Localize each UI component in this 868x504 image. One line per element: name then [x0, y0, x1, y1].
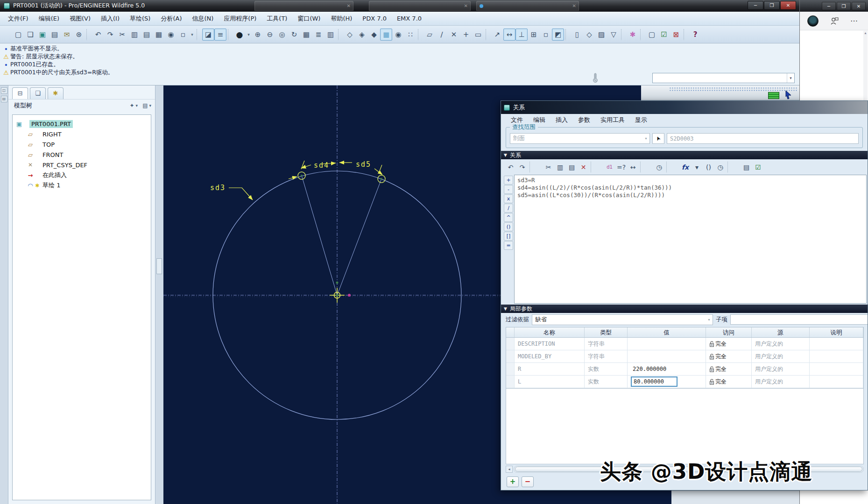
- layers-icon[interactable]: ≣: [312, 28, 325, 41]
- saved-views-icon[interactable]: ▦: [300, 28, 312, 41]
- scroll-left-icon[interactable]: ◂: [506, 466, 513, 473]
- remove-parameter-button[interactable]: −: [522, 476, 534, 487]
- wireframe-view-icon[interactable]: ◇: [344, 28, 356, 41]
- collapse-icon[interactable]: ▼: [504, 153, 507, 157]
- navigator-tab[interactable]: ⊟: [12, 87, 28, 99]
- toolbar-separator[interactable]: [621, 29, 625, 40]
- relation-line[interactable]: sd5=asin((L*cos(30))/(R*cos(asin(L/2/R))…: [517, 192, 863, 199]
- evaluate-icon[interactable]: =?: [615, 161, 627, 173]
- navigator-toggle-icon[interactable]: ◫: [1, 87, 7, 94]
- refit-icon[interactable]: ◎: [276, 28, 288, 41]
- param-name-cell[interactable]: L: [515, 376, 585, 388]
- browser-toggle-icon[interactable]: ▤: [1, 96, 7, 102]
- splitter-handle[interactable]: [156, 258, 162, 274]
- toolbar-separator[interactable]: [338, 29, 342, 40]
- dialog-menu-item[interactable]: 显示: [630, 114, 652, 126]
- column-header[interactable]: 访问: [706, 327, 752, 337]
- copy-icon[interactable]: ▥: [128, 28, 141, 41]
- zoom-out-icon[interactable]: ⊖: [264, 28, 276, 41]
- scope-type-dropdown[interactable]: 剖面 ▾: [510, 133, 650, 144]
- context-help-icon[interactable]: ?: [689, 28, 701, 41]
- dialog-menu-item[interactable]: 插入: [550, 114, 573, 126]
- menu-item[interactable]: 窗口(W): [292, 13, 325, 25]
- tree-item[interactable]: → 在此插入: [26, 170, 149, 180]
- toolbar-separator[interactable]: [640, 29, 644, 40]
- param-access-cell[interactable]: 完全: [706, 350, 752, 363]
- chevron-down-icon[interactable]: ▾: [787, 73, 794, 83]
- menu-item[interactable]: EMX 7.0: [392, 13, 427, 24]
- table-row[interactable]: DESCRIPTION 字符串 完全 用户定义的: [506, 338, 863, 350]
- param-value[interactable]: [631, 355, 635, 357]
- scroll-up-icon[interactable]: ▴: [863, 31, 868, 35]
- table-row[interactable]: MODELED_BY 字符串 完全 用户定义的: [506, 350, 863, 363]
- tree-item[interactable]: ◠ ✱ 草绘 1: [26, 180, 149, 191]
- menu-item[interactable]: 文件(F): [3, 13, 34, 25]
- sketch-spoke-right[interactable]: [337, 179, 381, 295]
- panel-splitter[interactable]: [155, 85, 163, 504]
- delete-icon[interactable]: ✕: [578, 161, 589, 173]
- unit-system-icon[interactable]: ◷: [714, 161, 726, 173]
- tree-item[interactable]: ▱ TOP: [26, 139, 149, 149]
- zoom-in-icon[interactable]: ⊕: [252, 28, 264, 41]
- vertex-display-icon[interactable]: ▫: [540, 28, 552, 41]
- relation-line[interactable]: sd4=asin((L/2)/(R*cos(asin(L/2/R))*tan(3…: [517, 184, 863, 192]
- process-tool-icon[interactable]: ✱: [627, 28, 639, 41]
- undo-icon[interactable]: ↶: [505, 161, 516, 173]
- dialog-menu-item[interactable]: 参数: [573, 114, 595, 126]
- menu-item[interactable]: PDX 7.0: [357, 13, 392, 24]
- toolbar-separator[interactable]: [684, 29, 688, 40]
- share-person-icon[interactable]: [830, 16, 839, 26]
- annotation-display-icon[interactable]: ▭: [472, 28, 484, 41]
- paste-special-icon[interactable]: ▦: [153, 28, 165, 41]
- menu-item[interactable]: 视图(V): [64, 13, 96, 25]
- param-type-cell[interactable]: 字符串: [585, 350, 628, 363]
- navigator-tab[interactable]: ✱: [48, 87, 64, 99]
- menu-item[interactable]: 插入(I): [96, 13, 125, 25]
- close-button[interactable]: ✕: [780, 1, 796, 10]
- maximize-button[interactable]: ❐: [764, 1, 780, 10]
- shaded-view-icon[interactable]: ■: [380, 28, 392, 41]
- param-source-cell[interactable]: 用户定义的: [752, 338, 810, 350]
- param-name-cell[interactable]: DESCRIPTION: [515, 338, 585, 350]
- tree-settings-button[interactable]: ✦▾: [130, 102, 138, 109]
- prompt-combobox[interactable]: ▾: [652, 73, 795, 83]
- toolbar-separator[interactable]: [565, 29, 570, 40]
- redo-icon[interactable]: ↷: [104, 28, 116, 41]
- column-header[interactable]: 类型: [585, 327, 628, 337]
- operator-button[interactable]: []: [504, 232, 513, 241]
- tree-item[interactable]: ▱ FRONT: [26, 149, 149, 160]
- cut-icon[interactable]: ✂: [543, 161, 554, 173]
- axis-display-icon[interactable]: ∕: [436, 28, 448, 41]
- view-manager-icon[interactable]: ▥: [325, 28, 337, 41]
- undo-icon[interactable]: ↶: [92, 28, 104, 41]
- operator-button[interactable]: ^: [504, 213, 513, 222]
- param-type-cell[interactable]: 实数: [585, 363, 628, 376]
- row-handle[interactable]: [506, 338, 515, 350]
- point-display-icon[interactable]: ✕: [448, 28, 460, 41]
- accept-status-icon[interactable]: ▽: [607, 28, 620, 41]
- window-cascade-icon[interactable]: ▢: [646, 28, 658, 41]
- more-menu-icon[interactable]: ⋯: [850, 16, 858, 25]
- paste-icon[interactable]: ▤: [566, 161, 578, 173]
- send-email-icon[interactable]: ✉: [61, 28, 73, 41]
- menu-item[interactable]: 工具(T): [261, 13, 292, 25]
- dim-label-sd5[interactable]: sd5: [356, 160, 371, 169]
- restore-button[interactable]: ❐: [837, 2, 851, 10]
- operator-button[interactable]: +: [504, 176, 513, 185]
- minimize-button[interactable]: ─: [822, 2, 836, 10]
- param-source-cell[interactable]: 用户定义的: [752, 350, 810, 363]
- measure-icon[interactable]: ↔: [627, 161, 639, 173]
- feature-requirements-icon[interactable]: ▨: [595, 28, 607, 41]
- toolbar-separator[interactable]: [228, 29, 232, 40]
- select-item-button[interactable]: ➤: [652, 133, 664, 144]
- shade-sections-icon[interactable]: ◩: [552, 28, 564, 41]
- grid-display-icon[interactable]: ⊞: [528, 28, 540, 41]
- plane-display-icon[interactable]: ▱: [423, 28, 436, 41]
- save-icon[interactable]: ▣: [36, 28, 49, 41]
- operator-button[interactable]: /: [504, 204, 513, 213]
- param-value-cell[interactable]: 80.000000: [628, 376, 706, 388]
- paste-icon[interactable]: ▤: [141, 28, 153, 41]
- operator-button[interactable]: x: [504, 194, 513, 203]
- tree-item[interactable]: ▣ PRT0001.PRT: [14, 119, 149, 129]
- dim-label-sd3[interactable]: sd3: [210, 184, 226, 192]
